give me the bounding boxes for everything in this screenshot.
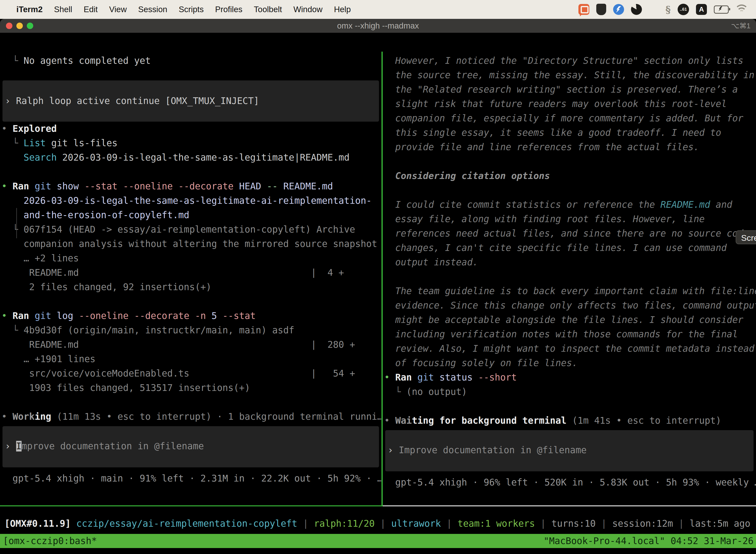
terminal-line: of focusing solely on file lines. [384, 356, 756, 370]
right-agent-log: However, I noticed the "Directory Struct… [384, 54, 756, 428]
terminal-line: evidence. Since this change only affects… [384, 298, 756, 313]
terminal-line: Search 2026-03-09-is-legal-the-same-as-l… [1, 151, 381, 165]
terminal-line: • Ran git status --short [384, 370, 756, 385]
tree-guide-line [16, 208, 17, 238]
terminal-line: the source tree, missing the essay. Stil… [384, 68, 756, 82]
terminal-line: slight risk that future readers may over… [384, 97, 756, 111]
wifi-icon[interactable] [736, 5, 748, 14]
left-scrollback-top: └ No agents completed yet [1, 54, 381, 68]
squiggle-icon[interactable]: § [666, 4, 671, 15]
terminal-line: › Improve documentation in @filename [388, 443, 751, 457]
left-agent-pane[interactable]: └ No agents completed yet › Ralph loop a… [0, 52, 381, 506]
terminal-line: • Ran git show --stat --oneline --decora… [1, 179, 381, 193]
omx-status-line: [OMX#0.11.9] cczip/essay/ai-reimplementa… [0, 516, 756, 531]
terminal-line: provide file and line references from th… [384, 140, 756, 154]
chat-app-icon[interactable] [578, 4, 589, 15]
terminal-line: this single essay, it seems like a good … [384, 126, 756, 140]
terminal-line: › Ralph loop active continue [OMX_TMUX_I… [5, 94, 377, 108]
left-prompt-input[interactable]: › Improve documentation in @filename [2, 426, 379, 467]
left-inject-banner: › Ralph loop active continue [OMX_TMUX_I… [2, 80, 379, 122]
right-agent-pane[interactable]: However, I noticed the "Directory Struct… [383, 52, 756, 506]
terminal-line: and-the-erosion-of-copyleft.md [1, 208, 381, 222]
terminal-line: review. Also, I might want to inspect th… [384, 341, 756, 356]
macos-menu-bar: iTerm2ShellEditViewSessionScriptsProfile… [0, 0, 756, 19]
terminal-line: gpt-5.4 xhigh · 96% left · 520K in · 5.8… [384, 475, 756, 490]
terminal-line: • Waiting for background terminal (1m 41… [384, 413, 756, 428]
tmux-status-bar: [omx-cczip0:bash* "MacBook-Pro-44.local"… [0, 534, 756, 548]
terminal-line: essay file, along with finding root file… [384, 212, 756, 226]
terminal-line [1, 395, 381, 409]
terminal-line: 1903 files changed, 513517 insertions(+) [1, 381, 381, 395]
terminal-line [384, 399, 756, 413]
menu-item-window[interactable]: Window [294, 5, 322, 14]
terminal-line: [OMX#0.11.9] cczip/essay/ai-reimplementa… [4, 516, 756, 531]
shield-grid-icon[interactable] [596, 4, 606, 15]
left-model-status: gpt-5.4 xhigh · main · 91% left · 2.31M … [1, 472, 381, 486]
iterm2-window: omx --xhigh --madmax ⌥⌘1 └ No agents com… [0, 19, 756, 554]
terminal-line: • Ran git log --oneline --decorate -n 5 … [1, 309, 381, 323]
terminal-line: changes, I can't cite specific file line… [384, 241, 756, 255]
right-model-status: gpt-5.4 xhigh · 96% left · 520K in · 5.8… [384, 475, 756, 490]
terminal-line: companion file, especially if more comme… [384, 111, 756, 126]
a-square-icon[interactable]: A [696, 4, 707, 15]
window-title: omx --xhigh --madmax [0, 21, 756, 31]
blue-bolt-badge-icon[interactable] [613, 4, 624, 15]
tmux-host-clock: "MacBook-Pro-44.local" 04:52 31-Mar-26 [544, 536, 756, 546]
terminal-line [384, 270, 756, 284]
terminal-line: 2 files changed, 92 insertions(+) [1, 280, 381, 294]
terminal-line: including verification notes with those … [384, 327, 756, 341]
terminal-line: … +1901 lines [1, 352, 381, 366]
menu-item-edit[interactable]: Edit [83, 5, 98, 14]
menu-item-session[interactable]: Session [138, 5, 167, 14]
terminal-line: README.md | 4 + [1, 266, 381, 280]
terminal-line: └ 4b9d30f (origin/main, instructkr/main,… [1, 323, 381, 338]
terminal-line: • Working (11m 13s • esc to interrupt) ·… [1, 409, 381, 424]
window-title-bar[interactable]: omx --xhigh --madmax ⌥⌘1 [0, 19, 756, 33]
terminal-line: the "Related research writing" section i… [384, 82, 756, 97]
terminal-line: might be acceptable alongside the file l… [384, 313, 756, 327]
terminal-line: › Improve documentation in @filename [5, 439, 377, 453]
terminal-line: output instead. [384, 255, 756, 270]
terminal-line [1, 294, 381, 309]
terminal-line: src/voice/voiceModeEnabled.ts | 54 + [1, 366, 381, 381]
menu-item-profiles[interactable]: Profiles [215, 5, 242, 14]
terminal-line: companion analysis without altering the … [1, 237, 381, 251]
menu-item-shell[interactable]: Shell [54, 5, 72, 14]
terminal-line: … +2 lines [1, 251, 381, 266]
terminal-line: README.md | 280 + [1, 338, 381, 352]
menu-item-view[interactable]: View [109, 5, 127, 14]
tmux-session-name[interactable]: [omx-cczip0:bash* [0, 536, 97, 546]
left-agent-log: • Explored └ List git ls-files Search 20… [1, 122, 381, 424]
terminal-line: The team guideline is to back every impo… [384, 284, 756, 298]
terminal-line: └ 067f154 (HEAD -> essay/ai-reimplementa… [1, 222, 381, 237]
pie-circle-icon[interactable] [631, 4, 642, 15]
terminal-line: I could cite commit statistics or refere… [384, 198, 756, 212]
menu-item-help[interactable]: Help [334, 5, 351, 14]
terminal-line: references need actual files, and since … [384, 226, 756, 241]
terminal-line: └ List git ls-files [1, 136, 381, 151]
terminal-line: • Explored [1, 122, 381, 136]
menu-item-iterm2[interactable]: iTerm2 [16, 5, 43, 14]
menu-item-scripts[interactable]: Scripts [179, 5, 204, 14]
right-prompt-input[interactable]: › Improve documentation in @filename [385, 430, 754, 472]
terminal-line: gpt-5.4 xhigh · main · 91% left · 2.31M … [1, 472, 381, 486]
terminal-line: Considering citation options [384, 169, 756, 183]
circle-61-badge[interactable]: ..61 [678, 4, 689, 15]
screen-overlay-tooltip: Scre [736, 230, 756, 244]
terminal-line: └ (no output) [384, 385, 756, 399]
app-menus: iTerm2ShellEditViewSessionScriptsProfile… [16, 5, 351, 14]
terminal-line: 2026-03-09-is-legal-the-same-as-legitima… [1, 193, 381, 208]
terminal-line [384, 183, 756, 198]
terminal-line [1, 165, 381, 179]
window-shortcut-badge: ⌥⌘1 [731, 21, 751, 30]
terminal-line: └ No agents completed yet [1, 54, 381, 68]
menu-bar-status-icons: § ..61 A [578, 4, 756, 15]
battery-icon[interactable] [714, 5, 729, 14]
menu-item-toolbelt[interactable]: Toolbelt [254, 5, 282, 14]
terminal-line: However, I noticed the "Directory Struct… [384, 54, 756, 68]
terminal-line [384, 154, 756, 169]
dot-grid-icon[interactable] [649, 5, 658, 14]
